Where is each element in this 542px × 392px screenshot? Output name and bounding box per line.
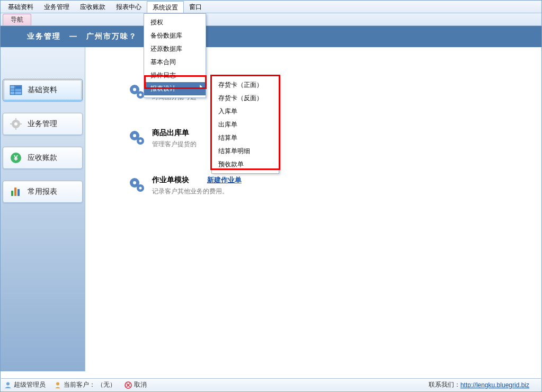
gear-icon — [8, 117, 23, 131]
submenu-report-design: 存货卡（正面） 存货卡（反面） 入库单 出库单 结算单 结算单明细 预收款单 — [211, 76, 279, 174]
svg-point-27 — [139, 187, 142, 190]
svg-point-6 — [14, 122, 17, 126]
sidebar: 基础资料 业务管理 ¥ 应收账款 常用报表 — [1, 47, 85, 371]
menu-system-settings-popup: 授权 备份数据库 还原数据库 基本合同 操作日志 报表设计 — [144, 13, 206, 98]
chevron-right-icon — [200, 85, 202, 89]
sidebar-item-label: 应收账款 — [28, 153, 57, 163]
svg-point-28 — [6, 382, 10, 385]
gears-icon — [128, 175, 147, 194]
tab-nav[interactable]: 导航 — [3, 14, 31, 25]
svg-rect-9 — [10, 123, 12, 124]
menu-bar: 基础资料 业务管理 应收账款 报表中心 系统设置 窗口 — [1, 1, 541, 13]
bars-icon — [8, 184, 23, 199]
menu-item-contract[interactable]: 基本合同 — [144, 56, 206, 69]
svg-rect-8 — [15, 128, 16, 130]
menu-basic-data[interactable]: 基础资料 — [3, 1, 39, 13]
cancel-icon — [125, 381, 132, 389]
svg-point-26 — [133, 181, 136, 184]
section-jobs: 作业单模块 新建作业单 记录客户其他业务的费用。 — [128, 175, 541, 196]
svg-point-18 — [133, 88, 136, 91]
section-title: 作业单模块 新建作业单 — [152, 175, 242, 185]
submenu-item[interactable]: 预收款单 — [212, 158, 279, 171]
svg-rect-14 — [14, 188, 16, 196]
sidebar-item-business[interactable]: 业务管理 — [3, 113, 83, 135]
svg-point-29 — [56, 382, 59, 385]
sidebar-item-basic-data[interactable]: 基础资料 — [3, 79, 83, 101]
menu-item-report-design[interactable]: 报表设计 — [144, 82, 206, 95]
contact-link[interactable]: http://lengku.bluegrid.biz — [460, 381, 529, 389]
submenu-item[interactable]: 结算单 — [212, 131, 279, 145]
status-user: 超级管理员 — [4, 380, 46, 389]
svg-point-23 — [139, 140, 142, 142]
sidebar-item-label: 常用报表 — [28, 187, 57, 197]
person-icon — [54, 381, 61, 389]
menu-item-backup[interactable]: 备份数据库 — [144, 29, 206, 42]
svg-rect-10 — [20, 123, 22, 124]
menu-system-settings[interactable]: 系统设置 — [147, 1, 184, 13]
svg-text:¥: ¥ — [14, 154, 18, 162]
sidebar-item-label: 基础资料 — [28, 85, 57, 95]
gears-icon — [128, 128, 147, 147]
menu-item-restore[interactable]: 还原数据库 — [144, 42, 206, 56]
user-icon — [4, 381, 12, 389]
submenu-item[interactable]: 结算单明细 — [212, 145, 279, 158]
menu-reports[interactable]: 报表中心 — [111, 1, 147, 13]
menu-item-auth[interactable]: 授权 — [144, 16, 206, 29]
menu-window[interactable]: 窗口 — [184, 1, 207, 13]
svg-rect-7 — [15, 118, 16, 120]
menu-business[interactable]: 业务管理 — [39, 1, 75, 13]
sidebar-item-receivables[interactable]: ¥ 应收账款 — [3, 147, 83, 169]
table-icon — [8, 83, 23, 97]
svg-point-19 — [139, 94, 142, 96]
status-cancel[interactable]: 取消 — [125, 380, 147, 389]
submenu-item[interactable]: 出库单 — [212, 118, 279, 131]
tab-row: 导航 — [1, 13, 541, 26]
svg-rect-15 — [17, 189, 20, 196]
menu-receivables[interactable]: 应收账款 — [75, 1, 111, 13]
sidebar-item-reports[interactable]: 常用报表 — [3, 181, 83, 203]
status-bar: 超级管理员 当前客户： （无） 取消 联系我们： http://lengku.b… — [1, 378, 541, 391]
section-outbound: 商品出库单 管理客户提货的占位占位占位动减少。 — [128, 128, 541, 149]
link-new-job[interactable]: 新建作业单 — [207, 176, 242, 184]
svg-point-22 — [133, 134, 136, 137]
svg-rect-13 — [11, 191, 13, 196]
section-desc: 记录客户其他业务的费用。 — [152, 187, 242, 196]
status-contact: 联系我们： http://lengku.bluegrid.biz — [429, 380, 529, 389]
menu-item-log[interactable]: 操作日志 — [144, 69, 206, 82]
submenu-item[interactable]: 入库单 — [212, 105, 279, 118]
submenu-item[interactable]: 存货卡（正面） — [212, 78, 279, 92]
sidebar-item-label: 业务管理 — [28, 119, 57, 129]
status-client: 当前客户： （无） — [54, 380, 116, 389]
yen-icon: ¥ — [8, 150, 23, 165]
page-header: 业务管理 — 广州市万味？ 公司 — [1, 26, 541, 47]
submenu-item[interactable]: 存货卡（反面） — [212, 92, 279, 105]
svg-rect-4 — [15, 86, 22, 88]
